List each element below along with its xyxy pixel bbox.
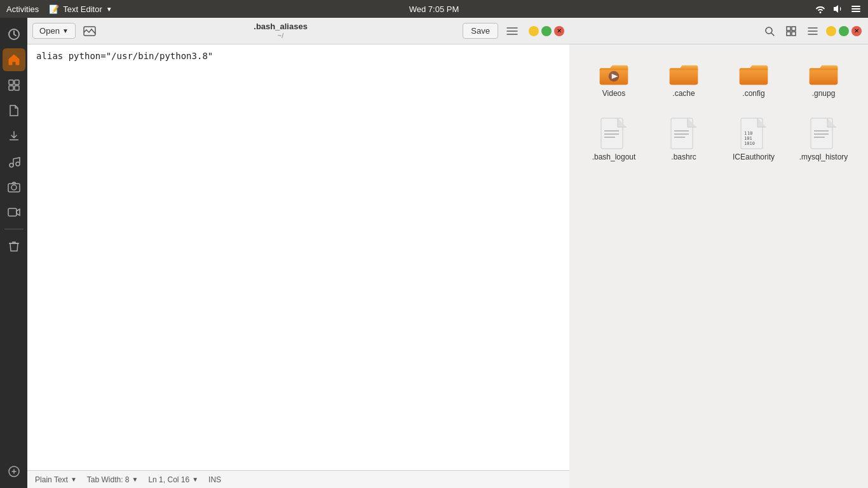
file-item-iceauthority[interactable]: 1 10 101 1010 ICEauthority <box>722 113 785 166</box>
dock-item-home[interactable] <box>3 48 25 71</box>
svg-rect-23 <box>670 68 698 85</box>
svg-text:1: 1 <box>744 131 747 136</box>
svg-rect-19 <box>792 32 796 36</box>
fm-minimize-button[interactable] <box>826 26 836 36</box>
svg-rect-18 <box>787 32 790 36</box>
maximize-button[interactable] <box>541 26 552 36</box>
fm-file-grid: Videos <box>569 44 868 488</box>
close-button[interactable]: ✕ <box>554 26 564 36</box>
svg-text:10: 10 <box>747 131 752 136</box>
wifi-icon[interactable] <box>815 4 826 13</box>
svg-point-8 <box>10 163 13 167</box>
file-item-gnupg[interactable]: .gnupg <box>792 57 855 103</box>
folder-icon-cache <box>668 61 699 86</box>
svg-rect-25 <box>810 68 838 85</box>
file-item-config[interactable]: .config <box>722 57 785 103</box>
language-label: Plain Text <box>35 475 68 484</box>
open-button[interactable]: Open ▼ <box>32 23 76 39</box>
fm-window-controls: ✕ <box>826 26 862 36</box>
insert-mode-indicator: INS <box>208 475 221 484</box>
dock-item-camera[interactable] <box>3 175 25 198</box>
dock-separator <box>4 229 24 229</box>
svg-rect-7 <box>15 86 19 90</box>
doc-icon-bashrc <box>670 117 698 150</box>
fm-titlebar: ✕ <box>569 18 868 44</box>
file-item-videos[interactable]: Videos <box>582 57 646 103</box>
svg-text:1010: 1010 <box>744 141 755 146</box>
svg-rect-24 <box>740 68 768 85</box>
system-bar-right <box>815 4 862 14</box>
file-label-bash-logout: .bash_logout <box>592 152 636 163</box>
tab-width-selector[interactable]: Tab Width: 8 ▼ <box>87 475 139 484</box>
file-label-gnupg: .gnupg <box>812 89 836 99</box>
file-item-bashrc[interactable]: .bashrc <box>652 113 715 166</box>
fm-close-button[interactable]: ✕ <box>851 26 862 36</box>
filemanager-panel: ✕ <box>569 18 868 488</box>
preview-button[interactable] <box>81 24 98 39</box>
dock-item-recent[interactable] <box>3 23 25 46</box>
file-item-mysql-history[interactable]: .mysql_history <box>792 113 855 166</box>
editor-menu-button[interactable] <box>503 24 521 39</box>
file-label-bashrc: .bashrc <box>671 152 696 163</box>
datetime-label: Wed 7:05 PM <box>409 4 459 14</box>
tab-width-arrow: ▼ <box>132 476 139 483</box>
dock-item-video[interactable] <box>3 201 25 224</box>
editor-titlebar-center: .bash_aliases ~/ <box>104 22 458 40</box>
system-bar-left: Activities 📝 Text Editor ▼ <box>6 4 112 14</box>
file-item-bash-logout[interactable]: .bash_logout <box>582 113 646 166</box>
open-label: Open <box>39 26 60 36</box>
bin-icon-iceauthority: 1 10 101 1010 <box>740 117 768 150</box>
folder-icon-gnupg <box>808 61 839 86</box>
fm-menu-button[interactable] <box>804 23 821 39</box>
fm-search-button[interactable] <box>761 23 778 39</box>
volume-icon[interactable] <box>832 4 844 14</box>
svg-rect-16 <box>787 27 790 30</box>
svg-rect-5 <box>15 80 19 85</box>
svg-point-9 <box>16 162 20 166</box>
dock-item-music[interactable] <box>3 150 25 173</box>
svg-rect-6 <box>9 86 13 90</box>
tab-width-label: Tab Width: 8 <box>87 475 130 484</box>
editor-statusbar: Plain Text ▼ Tab Width: 8 ▼ Ln 1, Col 16… <box>27 470 569 488</box>
save-button[interactable]: Save <box>463 23 498 39</box>
dock-item-starred[interactable] <box>3 74 25 97</box>
window-controls: ✕ <box>529 26 564 36</box>
editor-titlebar: Open ▼ .bash_aliases ~/ Save <box>27 18 569 44</box>
doc-icon-bash-logout <box>600 117 628 150</box>
dock-item-trash[interactable] <box>3 234 25 257</box>
fm-grid-view-button[interactable] <box>783 23 799 39</box>
folder-icon-config <box>738 61 769 86</box>
system-bar-clock: Wed 7:05 PM <box>409 4 459 14</box>
doc-icon-mysql-history <box>810 117 837 150</box>
language-arrow: ▼ <box>71 476 77 483</box>
editor-content[interactable]: alias python="/usr/bin/python3.8" <box>27 44 569 470</box>
position-arrow: ▼ <box>192 476 198 483</box>
editor-window: Open ▼ .bash_aliases ~/ Save <box>27 18 569 488</box>
file-label-config: .config <box>742 89 764 99</box>
app-title: 📝 Text Editor ▼ <box>49 4 112 14</box>
editor-text-line: alias python="/usr/bin/python3.8" <box>36 51 560 61</box>
editor-filename: .bash_aliases <box>254 22 308 32</box>
language-selector[interactable]: Plain Text ▼ <box>35 475 77 484</box>
svg-text:101: 101 <box>744 136 752 141</box>
system-menu-icon[interactable] <box>850 4 862 14</box>
dock <box>0 18 27 488</box>
dock-add-button[interactable] <box>3 460 25 483</box>
svg-rect-0 <box>851 6 860 7</box>
position-indicator[interactable]: Ln 1, Col 16 ▼ <box>148 475 198 484</box>
editor-filepath: ~/ <box>278 32 283 40</box>
svg-rect-17 <box>792 27 796 30</box>
svg-rect-4 <box>9 80 13 85</box>
file-label-cache: .cache <box>672 89 695 99</box>
app-menu-arrow[interactable]: ▼ <box>106 6 112 13</box>
position-label: Ln 1, Col 16 <box>148 475 189 484</box>
dock-item-downloads[interactable] <box>3 125 25 147</box>
open-arrow: ▼ <box>62 27 69 34</box>
svg-rect-12 <box>8 208 17 216</box>
minimize-button[interactable] <box>529 26 539 36</box>
fm-maximize-button[interactable] <box>839 26 849 36</box>
file-item-cache[interactable]: .cache <box>652 57 715 103</box>
activities-button[interactable]: Activities <box>6 4 39 14</box>
dock-item-documents[interactable] <box>3 99 25 122</box>
app-icon: 📝 <box>49 4 59 14</box>
